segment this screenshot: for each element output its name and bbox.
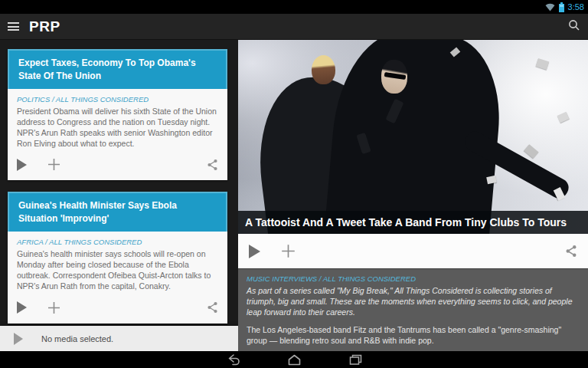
media-status-text: No media selected. (41, 334, 113, 343)
add-icon[interactable] (47, 157, 61, 172)
app-title: PRP (29, 18, 60, 35)
search-icon[interactable] (568, 19, 580, 34)
status-clock: 3:58 (568, 2, 584, 12)
story-toolbar (238, 234, 588, 269)
share-icon[interactable] (207, 159, 218, 171)
flying-paper (486, 176, 497, 184)
story-title[interactable]: Expect Taxes, Economy To Top Obama's Sta… (8, 49, 227, 89)
menu-icon[interactable] (0, 18, 27, 35)
flying-paper (557, 112, 570, 123)
story-card[interactable]: Guinea's Health Minister Says Ebola Situ… (8, 192, 227, 323)
wifi-icon (545, 2, 555, 12)
home-icon[interactable] (288, 354, 301, 366)
app-screen: 3:58 PRP Expect Taxes, Economy To Top Ob… (0, 0, 588, 368)
play-icon[interactable] (14, 333, 23, 345)
share-icon[interactable] (207, 301, 218, 314)
hero-image[interactable]: A Tattooist And A Tweet Take A Band From… (238, 40, 588, 234)
share-icon[interactable] (565, 245, 577, 258)
story-detail-panel: A Tattooist And A Tweet Take A Band From… (238, 40, 588, 351)
performer-left-head (312, 55, 335, 84)
play-icon[interactable] (17, 301, 27, 314)
recents-icon[interactable] (349, 354, 362, 366)
play-icon[interactable] (17, 159, 27, 171)
content-area: Expect Taxes, Economy To Top Obama's Sta… (0, 40, 588, 351)
back-icon[interactable] (227, 353, 240, 366)
media-bar[interactable]: No media selected. (0, 326, 238, 351)
app-bar: PRP (0, 14, 588, 40)
story-summary: President Obama will deliver his sixth S… (17, 106, 218, 150)
story-category: AFRICA / ALL THINGS CONSIDERED (17, 238, 218, 246)
story-actions (8, 292, 227, 324)
article-paragraph: As part of a series called "My Big Break… (247, 286, 580, 318)
story-list-panel: Expect Taxes, Economy To Top Obama's Sta… (0, 40, 238, 351)
play-icon[interactable] (249, 245, 260, 258)
story-card[interactable]: Expect Taxes, Economy To Top Obama's Sta… (8, 49, 227, 180)
status-bar: 3:58 (0, 0, 588, 14)
story-actions (8, 149, 227, 180)
add-icon[interactable] (280, 243, 296, 259)
android-nav-bar (0, 351, 588, 368)
story-headline[interactable]: A Tattooist And A Tweet Take A Band From… (238, 211, 588, 234)
flying-paper (536, 58, 550, 70)
story-category: POLITICS / ALL THINGS CONSIDERED (17, 95, 218, 104)
article-category: MUSIC INTERVIEWS / ALL THINGS CONSIDERED (247, 274, 580, 283)
article-body: MUSIC INTERVIEWS / ALL THINGS CONSIDERED… (238, 269, 588, 351)
story-title[interactable]: Guinea's Health Minister Says Ebola Situ… (8, 192, 227, 232)
article-paragraph: The Los Angeles-based band Fitz and the … (247, 325, 580, 347)
battery-icon (558, 2, 565, 12)
add-icon[interactable] (47, 301, 61, 315)
flying-paper (524, 144, 538, 159)
story-summary: Guinea's health minister says schools wi… (17, 248, 218, 292)
